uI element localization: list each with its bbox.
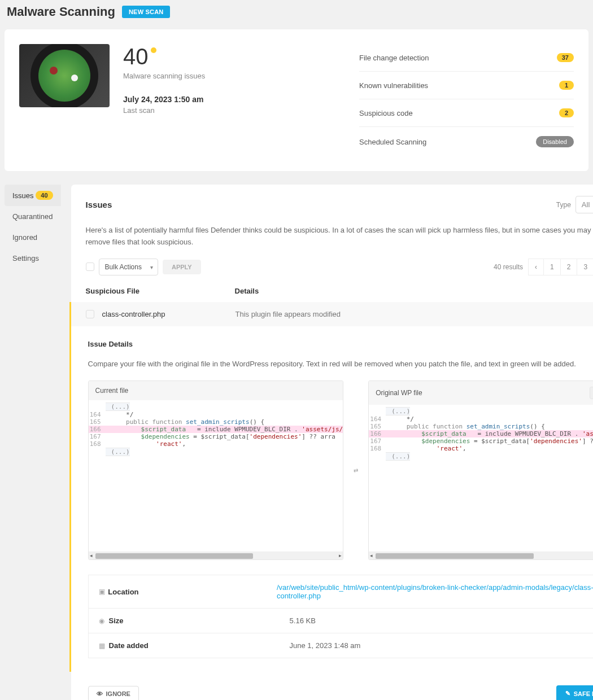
last-scan-time: July 24, 2023 1:50 am bbox=[123, 95, 205, 104]
eye-icon: ◉ bbox=[99, 617, 109, 625]
sidebar-item-quarantined[interactable]: Quarantined bbox=[5, 206, 61, 227]
stat-badge: 37 bbox=[557, 53, 574, 62]
type-select-value: All bbox=[582, 200, 590, 209]
eye-off-icon: 👁 bbox=[97, 690, 103, 697]
pager-page-2[interactable]: 2 bbox=[560, 259, 578, 275]
folder-icon: ▣ bbox=[99, 588, 108, 596]
scheduled-scanning-label: Scheduled Scanning bbox=[359, 138, 426, 146]
code-current[interactable]: (...) 164 */ 165 public function set_adm… bbox=[89, 400, 343, 552]
last-scan-label: Last scan bbox=[123, 106, 205, 115]
light-theme-icon[interactable]: ☀ bbox=[590, 387, 593, 399]
horizontal-scrollbar[interactable]: ◂▸ bbox=[369, 552, 593, 559]
code-fold[interactable]: (...) bbox=[386, 407, 410, 415]
safe-repair-button[interactable]: ✎ SAFE REPAIR bbox=[556, 685, 593, 700]
diff-original-file: Original WP file ☀ ☾ (...) 164 */ 165 pu… bbox=[368, 380, 593, 560]
section-description: Here's a list of potentially harmful fil… bbox=[71, 225, 593, 259]
code-fold[interactable]: (...) bbox=[106, 448, 130, 456]
diff-current-label: Current file bbox=[95, 387, 129, 395]
line-num: 164 bbox=[89, 411, 106, 418]
line-num: 165 bbox=[89, 418, 106, 426]
column-header-file: Suspicious File bbox=[86, 287, 235, 295]
code-line: public function set_admin_scripts() { bbox=[106, 418, 265, 426]
code-line: */ bbox=[386, 415, 414, 423]
select-all-checkbox[interactable] bbox=[86, 262, 94, 271]
location-label: Location bbox=[108, 588, 277, 596]
date-added-label: Date added bbox=[109, 641, 290, 650]
scheduled-status-badge: Disabled bbox=[536, 136, 574, 147]
results-count: 40 results bbox=[494, 263, 523, 271]
line-num: 167 bbox=[369, 438, 386, 445]
line-num: 166 bbox=[369, 430, 386, 438]
warning-dot-icon bbox=[151, 47, 156, 53]
sidebar-item-issues[interactable]: Issues 40 bbox=[5, 185, 61, 206]
code-line: $script_data = include WPMUDEV_BLC_DIR .… bbox=[386, 430, 593, 438]
stat-badge: 2 bbox=[559, 108, 574, 117]
code-original[interactable]: (...) 164 */ 165 public function set_adm… bbox=[369, 405, 593, 552]
issue-detail-title: Issue Details bbox=[88, 340, 593, 348]
type-label: Type bbox=[556, 201, 571, 209]
bulk-actions-select[interactable]: Bulk Actions ▾ bbox=[99, 259, 158, 275]
location-value[interactable]: /var/web/site/public_html/wp-content/plu… bbox=[277, 583, 593, 600]
issue-detail-text: Compare your file with the original file… bbox=[88, 358, 593, 370]
bulk-actions-value: Bulk Actions bbox=[105, 263, 142, 271]
code-line: $script_data = include WPMUDEV_BLC_DIR .… bbox=[106, 426, 343, 433]
diff-sync-icon: ⇄ bbox=[350, 380, 361, 560]
code-line: $dependencies = $script_data['dependenci… bbox=[106, 433, 335, 440]
type-select[interactable]: All ▾ bbox=[575, 196, 593, 213]
issue-row[interactable]: class-controller.php This plugin file ap… bbox=[69, 302, 593, 326]
code-line: public function set_admin_scripts() { bbox=[386, 423, 545, 430]
stat-label: Suspicious code bbox=[359, 109, 413, 117]
line-num: 164 bbox=[369, 415, 386, 423]
stat-label: Known vulnerabilities bbox=[359, 81, 428, 90]
stat-label: File change detection bbox=[359, 54, 429, 62]
code-line: 'react', bbox=[386, 445, 466, 452]
horizontal-scrollbar[interactable]: ◂▸ bbox=[89, 552, 343, 559]
line-num: 167 bbox=[89, 433, 106, 440]
sidebar-item-label: Quarantined bbox=[12, 212, 53, 221]
size-label: Size bbox=[109, 616, 290, 625]
page-title: Malware Scanning bbox=[7, 5, 115, 19]
summary-card: 40 Malware scanning issues July 24, 2023… bbox=[5, 29, 588, 171]
ignore-button[interactable]: 👁 IGNORE bbox=[88, 686, 139, 700]
ignore-label: IGNORE bbox=[106, 690, 130, 697]
line-num: 165 bbox=[369, 423, 386, 430]
line-num: 168 bbox=[369, 445, 386, 452]
pager-prev-button[interactable]: ‹ bbox=[528, 259, 544, 275]
row-filename: class-controller.php bbox=[102, 310, 236, 318]
sidebar-item-settings[interactable]: Settings bbox=[5, 248, 61, 269]
diff-original-label: Original WP file bbox=[376, 389, 422, 397]
pager-page-3[interactable]: 3 bbox=[577, 259, 593, 275]
code-fold[interactable]: (...) bbox=[106, 403, 130, 411]
issues-count-label: Malware scanning issues bbox=[123, 72, 205, 80]
code-line: 'react', bbox=[106, 440, 186, 448]
line-num: 168 bbox=[89, 440, 106, 448]
wrench-icon: ✎ bbox=[565, 690, 570, 697]
pager-page-1[interactable]: 1 bbox=[543, 259, 561, 275]
size-value: 5.16 KB bbox=[290, 616, 316, 625]
sidebar-item-label: Ignored bbox=[12, 233, 37, 242]
code-fold[interactable]: (...) bbox=[386, 452, 410, 461]
sidebar-item-badge: 40 bbox=[36, 191, 53, 200]
safe-repair-label: SAFE REPAIR bbox=[574, 690, 593, 697]
row-detail: This plugin file appears modified bbox=[236, 310, 593, 318]
line-num: 166 bbox=[89, 426, 106, 433]
thumbnail-image bbox=[19, 44, 110, 107]
sidebar-item-ignored[interactable]: Ignored bbox=[5, 227, 61, 248]
code-line: */ bbox=[106, 411, 134, 418]
chevron-down-icon: ▾ bbox=[150, 264, 153, 270]
sidebar-item-label: Settings bbox=[12, 254, 39, 262]
issues-count: 40 bbox=[123, 44, 149, 69]
section-title: Issues bbox=[86, 200, 112, 209]
stat-badge: 1 bbox=[559, 81, 574, 90]
new-scan-button[interactable]: NEW SCAN bbox=[122, 6, 171, 18]
date-added-value: June 1, 2023 1:48 am bbox=[290, 641, 361, 650]
diff-current-file: Current file (...) 164 */ 165 public fun… bbox=[88, 380, 344, 560]
column-header-details: Details bbox=[235, 287, 259, 295]
calendar-icon: ▦ bbox=[99, 642, 109, 650]
code-line: $dependencies = $script_data['dependenci… bbox=[386, 438, 593, 445]
row-checkbox[interactable] bbox=[86, 310, 94, 318]
sidebar-item-label: Issues bbox=[12, 191, 34, 200]
apply-button[interactable]: APPLY bbox=[163, 260, 201, 274]
